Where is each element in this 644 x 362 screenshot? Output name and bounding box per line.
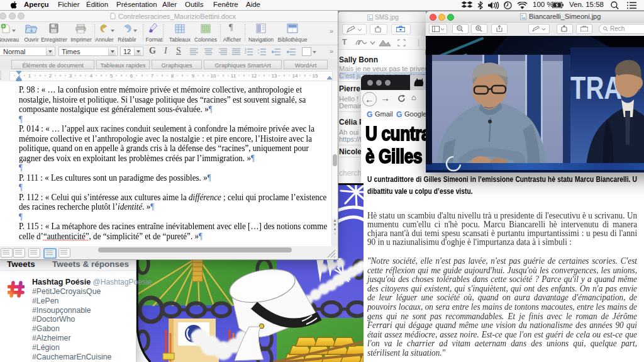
svg-text:9: 9 (192, 73, 195, 79)
svg-text:2: 2 (245, 50, 247, 54)
svg-text:5: 5 (110, 73, 113, 79)
svg-text:8: 8 (171, 73, 174, 79)
svg-text:13: 13 (272, 73, 277, 79)
svg-text:10: 10 (211, 73, 216, 79)
svg-text:12: 12 (252, 73, 257, 79)
svg-text:TRA: TRA (570, 71, 622, 106)
svg-text:1: 1 (28, 73, 31, 79)
svg-text:4: 4 (90, 73, 93, 79)
svg-text:7: 7 (151, 73, 154, 79)
svg-text:14: 14 (292, 73, 298, 79)
svg-text:15: 15 (313, 73, 318, 79)
svg-text:6: 6 (130, 73, 133, 79)
svg-text:11: 11 (231, 73, 236, 79)
svg-text:3: 3 (69, 73, 72, 79)
svg-text:•: • (258, 51, 259, 55)
svg-text:2: 2 (49, 73, 52, 79)
